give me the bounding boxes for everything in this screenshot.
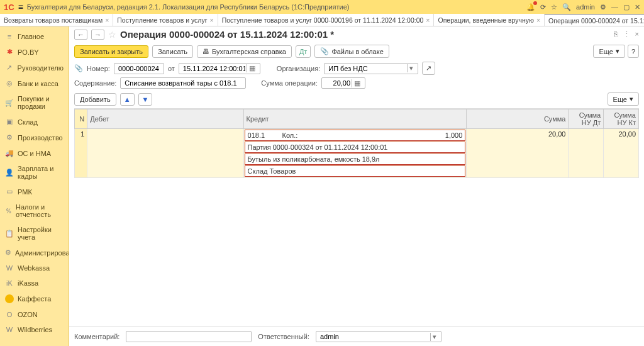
favorite-icon[interactable]: ☆ <box>551 3 557 11</box>
tab-close-icon[interactable]: × <box>210 16 214 24</box>
clip-icon[interactable]: 📎 <box>74 64 83 72</box>
responsible-field[interactable]: ▾ <box>316 331 441 342</box>
sidebar-item[interactable]: ✱PO.BY <box>0 44 69 60</box>
col-credit: Кредит <box>243 109 467 129</box>
org-field[interactable]: ▾ <box>324 63 418 74</box>
sidebar-icon: ◎ <box>5 79 14 87</box>
notifications-icon[interactable]: 🔔 <box>526 3 535 11</box>
main-menu-icon[interactable]: ≡ <box>18 2 23 12</box>
date-field[interactable]: ▦ <box>179 63 260 74</box>
paperclip-icon: 📎 <box>320 47 329 55</box>
sidebar-item[interactable]: ▭РМК <box>0 184 69 199</box>
number-label: Номер: <box>87 65 110 72</box>
col-nu-kt: Сумма НУ Кт <box>604 109 639 129</box>
sidebar-item[interactable]: WWildberries <box>0 322 69 337</box>
panel-menu-icon[interactable]: ⋮ <box>623 30 630 38</box>
cloud-files-button[interactable]: 📎Файлы в облаке <box>314 45 389 58</box>
sidebar-item[interactable]: ⚙Администрирование <box>0 245 69 260</box>
accounting-report-button[interactable]: 🖶 Бухгалтерская справка <box>197 45 292 58</box>
sidebar-label: Каффеста <box>18 295 51 303</box>
sidebar-label: Главное <box>18 33 44 40</box>
sidebar-item[interactable]: WWebkassa <box>0 260 69 276</box>
sidebar-item[interactable]: iKiKassa <box>0 276 69 291</box>
link-icon[interactable]: ⎘ <box>614 30 618 38</box>
credit-subconto-3[interactable]: Склад Товаров <box>245 165 466 177</box>
credit-subconto-1[interactable]: Партия 0000-000324 от 01.11.2024 12:00:0… <box>245 142 466 153</box>
sidebar-item[interactable]: 👤Зарплата и кадры <box>0 161 69 184</box>
qty-value[interactable]: 1,000 <box>445 131 463 139</box>
sidebar-item[interactable]: OOZON <box>0 307 69 322</box>
minimize-icon[interactable]: — <box>611 3 618 11</box>
close-icon[interactable]: ✕ <box>635 3 640 11</box>
sidebar-item[interactable]: 🛒Покупки и продажи <box>0 91 69 114</box>
sidebar-item[interactable]: ⚙Производство <box>0 130 69 145</box>
add-row-button[interactable]: Добавить <box>74 93 116 106</box>
sidebar-icon: 👤 <box>5 169 14 177</box>
tab-close-icon[interactable]: × <box>426 16 430 24</box>
cell-nu-kt[interactable]: 20,00 <box>604 129 639 178</box>
maximize-icon[interactable]: ▢ <box>623 3 630 11</box>
sidebar-label: Производство <box>18 134 63 142</box>
forward-button[interactable]: → <box>91 30 104 40</box>
panel-close-icon[interactable]: × <box>635 30 639 38</box>
sidebar-icon: ✱ <box>5 48 14 56</box>
tab-close-icon[interactable]: × <box>536 16 540 24</box>
star-icon[interactable]: ☆ <box>108 30 116 40</box>
calendar-icon[interactable]: ▦ <box>247 64 257 72</box>
move-up-button[interactable]: ▲ <box>120 93 135 106</box>
tab-close-icon[interactable]: × <box>105 16 109 24</box>
history-icon[interactable]: ⟳ <box>540 3 546 11</box>
move-down-button[interactable]: ▼ <box>138 93 153 106</box>
sidebar-icon: iK <box>5 279 14 287</box>
calc-icon[interactable]: ▦ <box>352 79 362 87</box>
sidebar-item[interactable]: 🚚ОС и НМА <box>0 145 69 161</box>
sidebar-icon: ％ <box>5 206 12 216</box>
sidebar-item[interactable]: ≡Главное <box>0 29 69 44</box>
tab[interactable]: Операции, введенные вручную× <box>434 14 545 26</box>
settings-icon[interactable]: ⚙ <box>600 3 606 11</box>
tab[interactable]: Поступление товаров и услуг× <box>113 14 218 26</box>
save-close-button[interactable]: Записать и закрыть <box>74 45 148 58</box>
user-label[interactable]: admin <box>576 3 595 11</box>
chevron-down-icon[interactable]: ▾ <box>430 333 438 341</box>
back-button[interactable]: ← <box>74 30 87 40</box>
sidebar-icon: 🚚 <box>5 149 14 157</box>
sum-field[interactable]: ▦ <box>321 77 365 89</box>
app-topbar: 1C ≡ Бухгалтерия для Беларуси, редакция … <box>0 0 644 14</box>
credit-subconto-2[interactable]: Бутыль из поликарбоната, емкость 18,9л <box>245 153 466 165</box>
tab[interactable]: Операция 0000-000024 от 15.11.2024 12:00… <box>545 14 644 26</box>
sidebar-item[interactable]: ↗Руководителю <box>0 60 69 75</box>
search-icon[interactable]: 🔍 <box>562 3 571 11</box>
sidebar-item[interactable]: 📋Настройки учета <box>0 222 69 245</box>
cell-nu-dt[interactable] <box>569 129 604 178</box>
cell-debit[interactable] <box>87 129 243 178</box>
tab[interactable]: Поступление товаров и услуг 0000-000196 … <box>218 14 435 26</box>
sidebar-label: iKassa <box>18 279 38 287</box>
sidebar-item[interactable]: Каффеста <box>0 291 69 307</box>
page-title: Операция 0000-000024 от 15.11.2024 12:00… <box>120 29 334 40</box>
sidebar-icon: ⚙ <box>5 248 11 257</box>
chevron-down-icon[interactable]: ▾ <box>407 64 415 72</box>
sidebar-item[interactable]: ◎Банк и касса <box>0 75 69 91</box>
sidebar-icon: ≡ <box>5 33 14 40</box>
dt-kt-button[interactable]: Дт <box>296 45 311 58</box>
content-field[interactable] <box>120 77 246 89</box>
number-field[interactable] <box>114 63 164 74</box>
app-title: Бухгалтерия для Беларуси, редакция 2.1. … <box>27 3 523 11</box>
tab[interactable]: Возвраты товаров поставщикам× <box>0 14 113 26</box>
cell-credit[interactable]: 018.1 Кол.: 1,000 Партия 0000-000324 от … <box>243 129 467 178</box>
table-row[interactable]: 1 018.1 Кол.: 1,000 Партия 0000-000324 о… <box>75 129 639 178</box>
table-more-button[interactable]: Еще ▾ <box>608 92 639 106</box>
save-button[interactable]: Записать <box>152 45 193 58</box>
help-button[interactable]: ? <box>628 45 639 58</box>
comment-field[interactable] <box>126 331 252 342</box>
sidebar-item[interactable]: ％Налоги и отчетность <box>0 199 69 222</box>
credit-account[interactable]: 018.1 <box>248 131 282 139</box>
col-debit: Дебет <box>87 109 243 129</box>
cell-sum[interactable]: 20,00 <box>467 129 569 178</box>
postings-table: N Дебет Кредит Сумма Сумма НУ Дт Сумма Н… <box>74 109 639 178</box>
more-button[interactable]: Еще ▾ <box>593 45 625 58</box>
sidebar-item[interactable]: ▣Склад <box>0 114 69 130</box>
sidebar-label: Склад <box>18 118 38 126</box>
org-open-button[interactable]: ↗ <box>422 62 435 75</box>
